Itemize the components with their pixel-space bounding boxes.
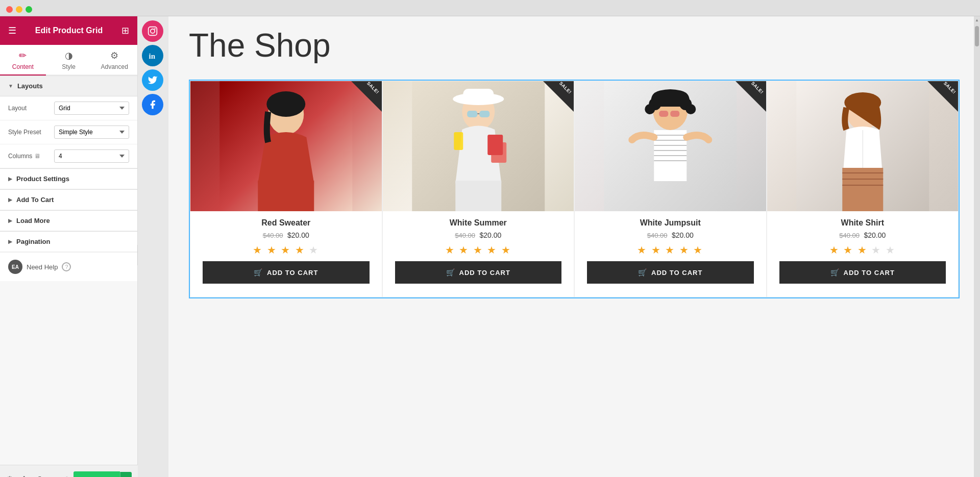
sale-badge-2: SALE! xyxy=(543,81,574,112)
product-stars-2: ★ ★ ★ ★ ★ xyxy=(389,244,568,256)
tab-content[interactable]: ✏ Content xyxy=(0,45,46,76)
social-twitter-icon[interactable] xyxy=(142,69,163,91)
tab-content-label: Content xyxy=(12,63,34,70)
add-to-cart-btn-2[interactable]: 🛒 ADD TO CART xyxy=(395,261,562,284)
price-sale-2: $20.00 xyxy=(479,231,501,239)
product-card-4: SALE! White Shirt $40.00 $20.00 ★ ★ xyxy=(767,81,959,297)
svg-rect-0 xyxy=(149,27,157,36)
product-grid: SALE! Red Sweater $40.00 $20.00 ★ ★ xyxy=(189,80,960,298)
product-card-2: SALE! White Summer $40.00 $20.00 ★ ★ xyxy=(382,81,575,297)
mac-maximize-button[interactable] xyxy=(26,6,32,13)
window-chrome xyxy=(0,0,980,16)
social-instagram-icon[interactable] xyxy=(142,20,163,42)
svg-rect-25 xyxy=(659,111,668,117)
product-image-1: SALE! xyxy=(190,81,382,211)
cart-icon-2: 🛒 xyxy=(446,268,455,277)
tab-advanced-label: Advanced xyxy=(101,63,128,70)
product-image-2: SALE! xyxy=(383,81,574,211)
star2-3: ★ xyxy=(473,244,483,256)
main-content: in The Shop xyxy=(138,16,980,477)
grid-icon[interactable]: ⊞ xyxy=(121,25,129,36)
star-1: ★ xyxy=(253,244,263,256)
add-to-cart-label-2: ADD TO CART xyxy=(459,269,510,277)
columns-label: Columns 🖥 xyxy=(8,153,54,160)
add-to-cart-arrow-icon: ▶ xyxy=(8,197,12,203)
style-preset-select[interactable]: Simple Style Card Style Overlay Style xyxy=(54,125,129,139)
product-info-3: White Jumpsuit $40.00 $20.00 ★ ★ ★ ★ ★ xyxy=(575,211,766,297)
star2-5: ★ xyxy=(501,244,511,256)
product-price-3: $40.00 $20.00 xyxy=(581,231,760,240)
mac-minimize-button[interactable] xyxy=(16,6,22,13)
svg-text:in: in xyxy=(149,52,156,60)
sale-text-3: SALE! xyxy=(750,81,765,95)
star-3: ★ xyxy=(281,244,291,256)
sale-text-4: SALE! xyxy=(942,81,957,95)
svg-rect-38 xyxy=(842,168,883,211)
price-original-2: $40.00 xyxy=(455,232,475,239)
star-5: ★ xyxy=(309,244,319,256)
tab-style-label: Style xyxy=(62,63,76,70)
need-help-section[interactable]: EA Need Help ? xyxy=(0,252,137,281)
social-bar: in xyxy=(138,16,167,119)
mac-window-buttons xyxy=(6,6,32,13)
product-info-1: Red Sweater $40.00 $20.00 ★ ★ ★ ★ ★ xyxy=(190,211,382,297)
star4-3: ★ xyxy=(857,244,868,256)
price-original-1: $40.00 xyxy=(263,232,283,239)
product-price-2: $40.00 $20.00 xyxy=(389,231,568,240)
mac-close-button[interactable] xyxy=(6,6,13,13)
social-linkedin-icon[interactable]: in xyxy=(142,45,163,66)
product-name-3: White Jumpsuit xyxy=(581,218,760,228)
layout-label: Layout xyxy=(8,105,54,112)
monitor-icon: 🖥 xyxy=(34,153,40,160)
sale-badge-1: SALE! xyxy=(351,81,382,112)
add-to-cart-label-3: ADD TO CART xyxy=(651,269,702,277)
star4-4: ★ xyxy=(871,244,881,256)
product-info-4: White Shirt $40.00 $20.00 ★ ★ ★ ★ ★ xyxy=(767,211,959,297)
section-add-to-cart-label: Add To Cart xyxy=(16,196,54,204)
svg-rect-10 xyxy=(455,181,501,211)
bottom-icons: ⚙ ❖ ↺ ▭ ◎ xyxy=(6,474,70,477)
section-load-more-label: Load More xyxy=(16,217,50,224)
add-to-cart-btn-3[interactable]: 🛒 ADD TO CART xyxy=(587,261,754,284)
social-facebook-icon[interactable] xyxy=(142,94,163,115)
product-stars-3: ★ ★ ★ ★ ★ xyxy=(581,244,760,256)
menu-icon[interactable]: ☰ xyxy=(8,25,16,36)
add-to-cart-btn-1[interactable]: 🛒 ADD TO CART xyxy=(203,261,370,284)
cart-icon-4: 🛒 xyxy=(830,268,840,277)
help-question-icon: ? xyxy=(62,262,71,271)
update-arrow-button[interactable]: ▾ xyxy=(120,472,132,478)
star-2: ★ xyxy=(267,244,277,256)
settings-icon[interactable]: ⚙ xyxy=(6,474,13,477)
section-load-more-header[interactable]: ▶ Load More xyxy=(0,210,137,231)
sale-badge-4: SALE! xyxy=(927,81,958,112)
star3-1: ★ xyxy=(637,244,647,256)
svg-point-7 xyxy=(266,91,305,117)
need-help-text: Need Help xyxy=(27,263,58,271)
section-layouts-header[interactable]: ▼ Layouts xyxy=(0,76,137,96)
add-to-cart-btn-4[interactable]: 🛒 ADD TO CART xyxy=(779,261,946,284)
eye-icon[interactable]: ◎ xyxy=(63,474,70,477)
star2-1: ★ xyxy=(445,244,455,256)
responsive-icon[interactable]: ▭ xyxy=(48,474,56,477)
price-original-4: $40.00 xyxy=(839,232,860,239)
svg-point-22 xyxy=(645,104,655,114)
layout-field: Layout Grid List Masonry xyxy=(0,96,137,120)
update-button[interactable]: UPDATE xyxy=(74,471,120,477)
section-pagination-header[interactable]: ▶ Pagination xyxy=(0,231,137,252)
section-pagination-label: Pagination xyxy=(16,238,50,245)
cart-icon-3: 🛒 xyxy=(638,268,647,277)
section-product-settings-header[interactable]: ▶ Product Settings xyxy=(0,168,137,189)
section-add-to-cart-header[interactable]: ▶ Add To Cart xyxy=(0,189,137,210)
layout-select[interactable]: Grid List Masonry xyxy=(54,102,129,115)
tab-style[interactable]: ◑ Style xyxy=(46,45,92,76)
star4-1: ★ xyxy=(829,244,840,256)
sale-badge-3: SALE! xyxy=(736,81,766,112)
star3-2: ★ xyxy=(651,244,662,256)
style-preset-label: Style Preset xyxy=(8,129,54,136)
scroll-thumb[interactable] xyxy=(975,26,979,46)
history-icon[interactable]: ↺ xyxy=(35,474,41,477)
tab-advanced[interactable]: ⚙ Advanced xyxy=(91,45,137,76)
scroll-up-arrow[interactable]: ▲ xyxy=(973,16,980,24)
layers-icon[interactable]: ❖ xyxy=(20,474,28,477)
columns-select[interactable]: 1 2 3 4 5 6 xyxy=(54,149,129,163)
